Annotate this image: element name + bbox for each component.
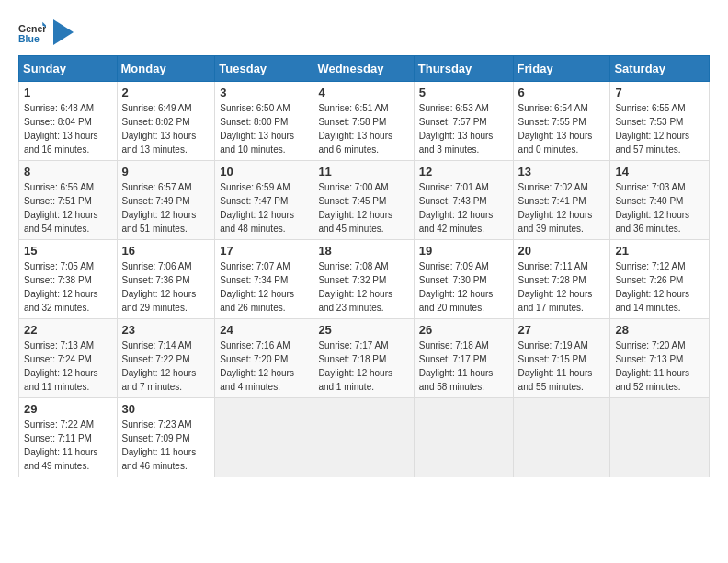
- calendar-day-cell-23: 23 Sunrise: 7:14 AM Sunset: 7:22 PM Dayl…: [117, 319, 215, 398]
- day-number: 3: [220, 86, 308, 99]
- day-daylight: Daylight: 12 hours and 54 minutes.: [24, 210, 98, 234]
- day-sunset: Sunset: 8:02 PM: [122, 117, 190, 127]
- day-number: 22: [24, 323, 112, 337]
- calendar-day-cell-2: 2 Sunrise: 6:49 AM Sunset: 8:02 PM Dayli…: [117, 82, 215, 161]
- day-sunset: Sunset: 7:28 PM: [518, 275, 586, 285]
- calendar-week-row-5: 29 Sunrise: 7:22 AM Sunset: 7:11 PM Dayl…: [19, 398, 710, 477]
- day-sunrise: Sunrise: 7:00 AM: [318, 182, 388, 192]
- calendar-header-friday: Friday: [513, 56, 610, 82]
- day-daylight: Daylight: 12 hours and 39 minutes.: [518, 210, 593, 234]
- day-sunrise: Sunrise: 6:53 AM: [419, 103, 489, 113]
- calendar-day-cell-9: 9 Sunrise: 6:57 AM Sunset: 7:49 PM Dayli…: [117, 161, 215, 240]
- calendar-header-wednesday: Wednesday: [313, 56, 414, 82]
- day-sunrise: Sunrise: 6:56 AM: [24, 182, 94, 192]
- day-daylight: Daylight: 12 hours and 42 minutes.: [419, 210, 494, 234]
- day-number: 27: [518, 323, 606, 337]
- calendar-empty-cell: [414, 398, 513, 477]
- day-sunrise: Sunrise: 7:23 AM: [122, 419, 192, 430]
- calendar-day-cell-18: 18 Sunrise: 7:08 AM Sunset: 7:32 PM Dayl…: [313, 240, 414, 319]
- day-sunset: Sunset: 7:36 PM: [122, 275, 190, 285]
- day-daylight: Daylight: 12 hours and 32 minutes.: [24, 289, 98, 313]
- day-sunrise: Sunrise: 6:54 AM: [518, 103, 588, 113]
- day-daylight: Daylight: 11 hours and 52 minutes.: [615, 368, 689, 392]
- day-sunset: Sunset: 7:24 PM: [24, 354, 92, 364]
- day-daylight: Daylight: 12 hours and 26 minutes.: [220, 289, 294, 313]
- day-number: 5: [419, 86, 508, 99]
- calendar-day-cell-10: 10 Sunrise: 6:59 AM Sunset: 7:47 PM Dayl…: [215, 161, 313, 240]
- day-daylight: Daylight: 12 hours and 48 minutes.: [220, 210, 294, 234]
- calendar-day-cell-1: 1 Sunrise: 6:48 AM Sunset: 8:04 PM Dayli…: [19, 82, 118, 161]
- day-sunset: Sunset: 7:51 PM: [24, 196, 92, 206]
- day-number: 13: [518, 165, 606, 178]
- calendar-header-sunday: Sunday: [19, 56, 118, 82]
- calendar-header-tuesday: Tuesday: [215, 56, 313, 82]
- calendar-empty-cell: [513, 398, 610, 477]
- day-daylight: Daylight: 12 hours and 17 minutes.: [518, 289, 593, 313]
- logo-icon: General Blue: [18, 18, 46, 46]
- calendar-day-cell-30: 30 Sunrise: 7:23 AM Sunset: 7:09 PM Dayl…: [117, 398, 215, 477]
- calendar-day-cell-17: 17 Sunrise: 7:07 AM Sunset: 7:34 PM Dayl…: [215, 240, 313, 319]
- logo-arrow-icon: [53, 19, 74, 45]
- page-header: General Blue: [18, 18, 710, 46]
- day-sunset: Sunset: 7:13 PM: [615, 354, 683, 364]
- day-number: 16: [122, 244, 210, 258]
- day-sunrise: Sunrise: 7:03 AM: [615, 182, 685, 192]
- day-daylight: Daylight: 12 hours and 20 minutes.: [419, 289, 494, 313]
- day-sunrise: Sunrise: 6:48 AM: [24, 103, 94, 113]
- calendar-day-cell-6: 6 Sunrise: 6:54 AM Sunset: 7:55 PM Dayli…: [513, 82, 610, 161]
- day-sunset: Sunset: 7:58 PM: [318, 117, 386, 127]
- calendar-day-cell-21: 21 Sunrise: 7:12 AM Sunset: 7:26 PM Dayl…: [610, 240, 710, 319]
- calendar-day-cell-29: 29 Sunrise: 7:22 AM Sunset: 7:11 PM Dayl…: [19, 398, 118, 477]
- day-daylight: Daylight: 12 hours and 29 minutes.: [122, 289, 197, 313]
- day-sunset: Sunset: 7:09 PM: [122, 433, 190, 443]
- day-number: 11: [318, 165, 408, 178]
- day-sunrise: Sunrise: 7:18 AM: [419, 340, 489, 350]
- calendar-week-row-3: 15 Sunrise: 7:05 AM Sunset: 7:38 PM Dayl…: [19, 240, 710, 319]
- day-sunset: Sunset: 7:20 PM: [220, 354, 288, 364]
- day-sunset: Sunset: 7:34 PM: [220, 275, 288, 285]
- day-number: 10: [220, 165, 308, 178]
- calendar-week-row-4: 22 Sunrise: 7:13 AM Sunset: 7:24 PM Dayl…: [19, 319, 710, 398]
- day-sunset: Sunset: 7:49 PM: [122, 196, 190, 206]
- calendar-empty-cell: [610, 398, 710, 477]
- day-number: 12: [419, 165, 508, 178]
- calendar-day-cell-11: 11 Sunrise: 7:00 AM Sunset: 7:45 PM Dayl…: [313, 161, 414, 240]
- day-number: 28: [615, 323, 704, 337]
- day-sunrise: Sunrise: 6:59 AM: [220, 182, 290, 192]
- day-sunset: Sunset: 7:55 PM: [518, 117, 586, 127]
- logo: General Blue: [18, 18, 74, 46]
- day-sunset: Sunset: 7:15 PM: [518, 354, 586, 364]
- day-number: 29: [24, 402, 112, 416]
- day-daylight: Daylight: 12 hours and 1 minute.: [318, 368, 392, 392]
- day-sunrise: Sunrise: 7:06 AM: [122, 261, 192, 271]
- day-sunrise: Sunrise: 7:20 AM: [615, 340, 685, 350]
- day-sunset: Sunset: 7:47 PM: [220, 196, 288, 206]
- day-sunset: Sunset: 7:17 PM: [419, 354, 487, 364]
- calendar-day-cell-4: 4 Sunrise: 6:51 AM Sunset: 7:58 PM Dayli…: [313, 82, 414, 161]
- day-number: 26: [419, 323, 508, 337]
- day-sunrise: Sunrise: 7:12 AM: [615, 261, 685, 271]
- calendar-day-cell-24: 24 Sunrise: 7:16 AM Sunset: 7:20 PM Dayl…: [215, 319, 313, 398]
- day-number: 23: [122, 323, 210, 337]
- day-sunset: Sunset: 7:38 PM: [24, 275, 92, 285]
- calendar-empty-cell: [215, 398, 313, 477]
- day-sunrise: Sunrise: 7:16 AM: [220, 340, 290, 350]
- day-sunrise: Sunrise: 7:08 AM: [318, 261, 388, 271]
- day-sunrise: Sunrise: 7:09 AM: [419, 261, 489, 271]
- day-number: 24: [220, 323, 308, 337]
- calendar-day-cell-16: 16 Sunrise: 7:06 AM Sunset: 7:36 PM Dayl…: [117, 240, 215, 319]
- calendar-week-row-1: 1 Sunrise: 6:48 AM Sunset: 8:04 PM Dayli…: [19, 82, 710, 161]
- svg-marker-3: [53, 19, 74, 45]
- day-sunrise: Sunrise: 7:01 AM: [419, 182, 489, 192]
- calendar-day-cell-25: 25 Sunrise: 7:17 AM Sunset: 7:18 PM Dayl…: [313, 319, 414, 398]
- day-daylight: Daylight: 11 hours and 58 minutes.: [419, 368, 494, 392]
- day-daylight: Daylight: 12 hours and 36 minutes.: [615, 210, 689, 234]
- calendar-day-cell-8: 8 Sunrise: 6:56 AM Sunset: 7:51 PM Dayli…: [19, 161, 118, 240]
- calendar-day-cell-5: 5 Sunrise: 6:53 AM Sunset: 7:57 PM Dayli…: [414, 82, 513, 161]
- day-daylight: Daylight: 12 hours and 45 minutes.: [318, 210, 392, 234]
- day-sunrise: Sunrise: 6:57 AM: [122, 182, 192, 192]
- day-sunset: Sunset: 8:04 PM: [24, 117, 92, 127]
- svg-text:Blue: Blue: [18, 33, 40, 44]
- calendar-day-cell-19: 19 Sunrise: 7:09 AM Sunset: 7:30 PM Dayl…: [414, 240, 513, 319]
- day-sunrise: Sunrise: 7:07 AM: [220, 261, 290, 271]
